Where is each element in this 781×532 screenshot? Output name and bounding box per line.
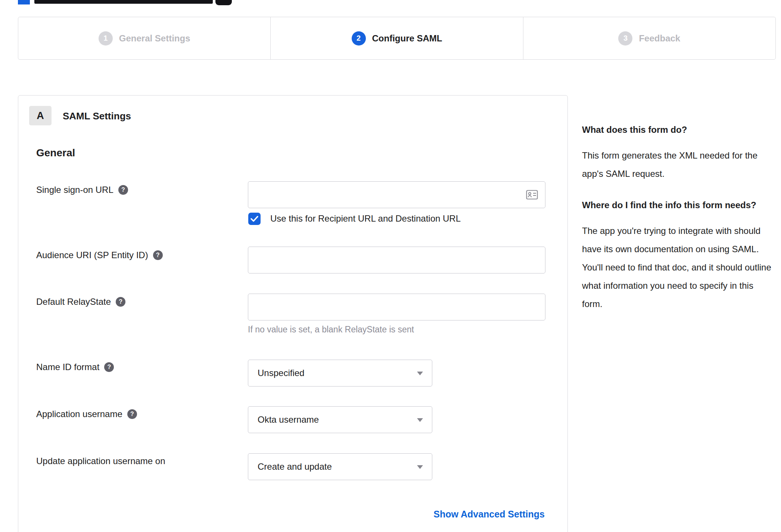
caret-down-icon bbox=[417, 418, 423, 422]
help-icon[interactable]: ? bbox=[104, 362, 114, 372]
sso-url-label-row: Single sign-on URL ? bbox=[36, 184, 128, 196]
step-label-general-settings: General Settings bbox=[119, 33, 190, 44]
cropped-app-icon bbox=[215, 0, 232, 5]
help-body-what: This form generates the XML needed for t… bbox=[582, 146, 774, 183]
app-username-label: Application username bbox=[36, 409, 122, 419]
app-username-value: Okta username bbox=[258, 414, 319, 425]
audience-uri-input[interactable] bbox=[248, 247, 545, 273]
update-username-value: Create and update bbox=[258, 461, 332, 472]
step-number-2: 2 bbox=[352, 31, 366, 46]
step-general-settings[interactable]: 1 General Settings bbox=[18, 17, 270, 59]
relay-state-label: Default RelayState bbox=[36, 297, 111, 307]
relay-state-label-row: Default RelayState ? bbox=[36, 296, 125, 308]
app-username-label-row: Application username ? bbox=[36, 408, 137, 420]
audience-uri-label: Audience URI (SP Entity ID) bbox=[36, 250, 148, 260]
card-title: SAML Settings bbox=[63, 110, 131, 122]
cropped-title-blue-fragment bbox=[18, 0, 30, 4]
update-username-select[interactable]: Create and update bbox=[248, 453, 432, 480]
help-icon[interactable]: ? bbox=[118, 185, 128, 195]
step-configure-saml[interactable]: 2 Configure SAML bbox=[270, 17, 523, 59]
recipient-url-checkbox-row: Use this for Recipient URL and Destinati… bbox=[248, 212, 461, 225]
audience-uri-field bbox=[248, 247, 545, 273]
cropped-page-title-fragment bbox=[34, 0, 213, 4]
app-username-select[interactable]: Okta username bbox=[248, 406, 432, 433]
step-feedback[interactable]: 3 Feedback bbox=[523, 17, 775, 59]
checkmark-icon bbox=[251, 216, 258, 222]
recipient-url-checkbox-label[interactable]: Use this for Recipient URL and Destinati… bbox=[270, 213, 461, 224]
help-heading-where: Where do I find the info this form needs… bbox=[582, 198, 774, 212]
name-id-format-value: Unspecified bbox=[258, 368, 304, 378]
name-id-format-label-row: Name ID format ? bbox=[36, 361, 114, 373]
name-id-format-label: Name ID format bbox=[36, 362, 99, 372]
id-card-icon[interactable] bbox=[526, 189, 538, 200]
show-advanced-settings-link[interactable]: Show Advanced Settings bbox=[433, 509, 545, 520]
audience-uri-label-row: Audience URI (SP Entity ID) ? bbox=[36, 249, 163, 261]
name-id-format-select[interactable]: Unspecified bbox=[248, 360, 432, 387]
help-icon[interactable]: ? bbox=[127, 409, 137, 419]
caret-down-icon bbox=[417, 372, 423, 375]
section-a-badge: A bbox=[29, 106, 52, 125]
wizard-stepper: 1 General Settings 2 Configure SAML 3 Fe… bbox=[18, 17, 776, 60]
help-panel: What does this form do? This form genera… bbox=[582, 123, 774, 329]
help-heading-what: What does this form do? bbox=[582, 123, 774, 137]
recipient-url-checkbox[interactable] bbox=[248, 213, 261, 225]
relay-state-field bbox=[248, 294, 545, 320]
help-body-where: The app you're trying to integrate with … bbox=[582, 222, 774, 313]
help-icon[interactable]: ? bbox=[116, 297, 125, 307]
step-number-3: 3 bbox=[618, 31, 632, 46]
relay-state-input[interactable] bbox=[248, 294, 545, 320]
update-username-label-row: Update application username on bbox=[36, 455, 165, 467]
sso-url-input[interactable] bbox=[248, 181, 545, 208]
sso-url-field bbox=[248, 181, 545, 208]
caret-down-icon bbox=[417, 465, 423, 469]
relay-state-hint: If no value is set, a blank RelayState i… bbox=[248, 325, 414, 335]
step-number-1: 1 bbox=[99, 31, 113, 46]
step-label-configure-saml: Configure SAML bbox=[372, 33, 442, 44]
step-label-feedback: Feedback bbox=[639, 33, 680, 44]
general-section-heading: General bbox=[36, 147, 75, 159]
update-username-label: Update application username on bbox=[36, 456, 165, 466]
sso-url-label: Single sign-on URL bbox=[36, 185, 113, 195]
saml-settings-card: A SAML Settings General Single sign-on U… bbox=[18, 95, 568, 532]
help-icon[interactable]: ? bbox=[153, 250, 163, 260]
